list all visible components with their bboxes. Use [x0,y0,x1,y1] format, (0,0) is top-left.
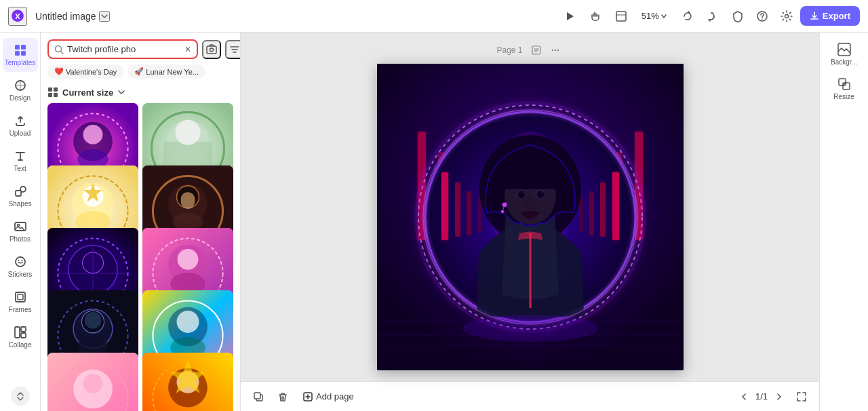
sidebar-stickers-label: Stickers [8,271,33,278]
svg-line-24 [61,51,64,54]
search-input-wrapper: ✕ [47,39,198,59]
sidebar-item-stickers[interactable]: Stickers [3,250,38,283]
title-dropdown-button[interactable] [99,11,110,22]
settings-icon-button[interactable] [776,5,797,27]
svg-rect-7 [21,45,26,50]
sidebar-item-templates[interactable]: Templates [3,38,38,72]
sidebar-expand-button[interactable] [11,387,30,406]
svg-point-137 [462,315,598,342]
svg-point-80 [83,374,103,393]
svg-point-76 [177,311,199,333]
fullscreen-button[interactable] [792,387,811,406]
page-delete-button[interactable] [273,387,292,406]
add-page-button[interactable]: Add page [298,388,359,405]
svg-point-89 [551,50,553,51]
search-input[interactable] [67,44,181,54]
resize-panel-label: Resize [833,93,854,100]
svg-rect-115 [477,198,481,232]
image-search-button[interactable] [202,40,221,59]
search-bar: ✕ [41,33,240,64]
template-item[interactable] [142,353,233,411]
background-panel-label: Backgr... [831,58,857,66]
search-clear-button[interactable]: ✕ [184,45,191,54]
size-filter-label: Current size [62,87,113,98]
page-copy-button[interactable] [249,387,268,406]
filter-button[interactable] [225,40,241,59]
svg-point-91 [557,50,558,51]
sidebar-upload-label: Upload [9,130,31,137]
layout-button[interactable] [610,5,632,27]
svg-rect-13 [15,222,26,231]
svg-point-17 [21,260,22,261]
prev-page-button[interactable] [736,389,753,405]
svg-rect-21 [21,327,26,332]
page-navigation: 1/1 [736,389,787,405]
svg-point-136 [501,210,504,213]
page-count: 1/1 [755,391,768,402]
template-item[interactable] [47,353,138,411]
svg-point-26 [210,48,214,52]
tag-lunar[interactable]: 🚀 Lunar New Ye... [127,64,205,79]
svg-point-38 [83,125,103,144]
sidebar-item-upload[interactable]: Upload [3,109,38,142]
resize-panel-button[interactable]: Resize [824,73,865,104]
svg-rect-31 [54,87,58,92]
topbar-right-icons: Export [727,5,860,27]
add-page-label: Add page [316,391,354,402]
svg-rect-117 [612,172,619,240]
panel-right: Backgr... Resize [819,33,868,411]
center-tools: 51% [559,5,722,27]
size-filter-header[interactable]: Current size [41,84,240,103]
sidebar-item-photos[interactable]: Photos [3,214,38,248]
svg-rect-54 [181,192,195,209]
svg-point-71 [85,312,102,329]
svg-rect-8 [15,51,20,56]
tags-row: ❤️ Valentine's Day 🚀 Lunar New Ye... [41,64,240,84]
tag-lunar-label: Lunar New Ye... [146,68,199,76]
sidebar-item-text[interactable]: Text [3,144,38,178]
sidebar-collage-label: Collage [9,341,32,349]
redo-button[interactable] [700,5,722,27]
canvas-area: Page 1 [241,33,819,411]
sidebar-item-design[interactable]: Design [3,73,38,107]
svg-marker-0 [567,12,574,20]
tag-valentines-label: Valentine's Day [66,68,117,76]
main-layout: Templates Design Upload Text Shapes Phot… [0,33,868,411]
templates-panel: ✕ ❤️ Valentine's Day 🚀 Lunar New Ye... C… [41,33,241,411]
svg-rect-25 [207,46,216,54]
next-page-button[interactable] [770,389,787,405]
canvas-wrapper [241,33,819,381]
sidebar-item-collage[interactable]: Collage [3,320,38,354]
undo-button[interactable] [677,5,698,27]
page-more-button[interactable] [547,42,564,58]
shield-icon-button[interactable] [727,5,749,27]
page-settings-button[interactable] [528,42,545,58]
svg-rect-20 [15,327,20,338]
svg-rect-19 [18,294,23,300]
page-label: Page 1 [496,42,563,58]
sidebar-shapes-label: Shapes [9,200,32,208]
svg-rect-114 [467,191,471,235]
help-icon-button[interactable] [751,5,773,27]
svg-rect-18 [16,292,25,302]
sidebar-left: Templates Design Upload Text Shapes Phot… [0,33,41,411]
sidebar-photos-label: Photos [9,235,31,243]
logo-button[interactable] [8,7,27,26]
sidebar-item-shapes[interactable]: Shapes [3,179,38,213]
canvas-frame[interactable] [377,64,684,370]
svg-point-14 [17,224,19,227]
tag-valentines[interactable]: ❤️ Valentine's Day [47,64,123,79]
svg-rect-119 [589,191,594,235]
zoom-button[interactable]: 51% [636,8,673,24]
sidebar-item-frames[interactable]: Frames [3,285,38,319]
export-button[interactable]: Export [800,6,860,26]
svg-point-12 [20,187,26,192]
hand-tool-button[interactable] [585,5,606,27]
search-icon [54,45,64,54]
background-panel-button[interactable]: Backgr... [824,38,865,70]
svg-rect-1 [616,12,626,21]
svg-point-15 [16,257,25,267]
svg-point-43 [175,120,200,145]
play-button[interactable] [559,5,580,27]
document-title: Untitled image [35,11,96,22]
